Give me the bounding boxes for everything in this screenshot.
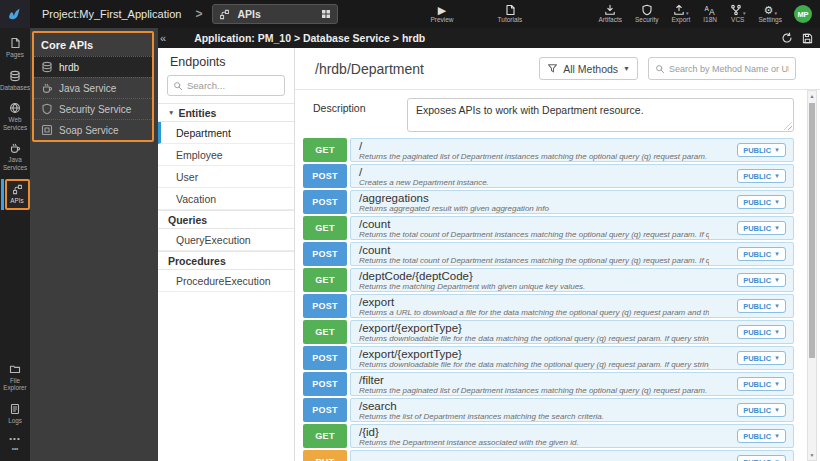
api-row[interactable]: POST/aggregationsReturns aggregated resu…	[303, 190, 794, 214]
endpoint-description: Returns the list of Department instances…	[359, 412, 709, 421]
refresh-icon[interactable]	[781, 32, 793, 44]
workspace-dropdown[interactable]: APIs	[212, 4, 338, 24]
upload-icon	[673, 4, 685, 16]
preview-button[interactable]: ▶ Preview	[430, 4, 453, 24]
tutorials-button[interactable]: Tutorials	[498, 4, 523, 24]
artifacts-button[interactable]: Artifacts	[598, 4, 621, 24]
vcs-button[interactable]: ▾VCS	[730, 4, 746, 24]
endpoints-title: Endpoints	[158, 48, 294, 74]
visibility-dropdown[interactable]: PUBLIC▼	[737, 299, 786, 313]
api-row[interactable]: GET/{id}Returns the Department instance …	[303, 424, 794, 448]
sidebar-item-java-services[interactable]: Java Services	[0, 139, 30, 174]
visibility-dropdown[interactable]: PUBLIC▼	[737, 351, 786, 365]
topbar-tools: ArtifactsSecurity▾ExportAAI18N▾VCS⚙▾Sett…	[598, 4, 782, 24]
api-row[interactable]: POST/searchReturns the list of Departmen…	[303, 398, 794, 422]
resource-title: /hrdb/Department	[315, 61, 424, 77]
method-badge: POST	[303, 294, 347, 318]
api-row[interactable]: POST/countReturns the total count of Dep…	[303, 242, 794, 266]
section-header-entities[interactable]: ▼Entities	[158, 103, 294, 122]
avatar[interactable]: MP	[794, 5, 812, 23]
endpoints-search[interactable]	[167, 75, 285, 96]
api-row[interactable]: PUTPUBLIC▼	[303, 450, 794, 461]
core-apis-panel: Core APIs hrdbJava ServiceSecurity Servi…	[30, 28, 158, 461]
endpoint-path: /filter	[359, 374, 709, 386]
method-search[interactable]	[648, 57, 796, 80]
sidebar-item-logs[interactable]: Logs	[0, 400, 30, 428]
api-row[interactable]: POST/filterReturns the paginated list of…	[303, 372, 794, 396]
api-row[interactable]: POST/exportReturns a URL to download a f…	[303, 294, 794, 318]
visibility-dropdown[interactable]: PUBLIC▼	[737, 169, 786, 183]
filter-icon	[547, 63, 558, 74]
scrollbar-thumb[interactable]	[809, 103, 815, 358]
visibility-dropdown[interactable]: PUBLIC▼	[737, 143, 786, 157]
api-row[interactable]: GET/export/{exportType}Returns downloada…	[303, 320, 794, 344]
endpoint-item-procedureexecution[interactable]: ProcedureExecution	[158, 270, 294, 292]
caret-down-icon: ▼	[168, 109, 174, 116]
method-search-input[interactable]	[669, 64, 789, 74]
api-row[interactable]: POST/export/{exportType}Returns download…	[303, 346, 794, 370]
wavemaker-logo-icon[interactable]	[0, 0, 30, 28]
visibility-dropdown[interactable]: PUBLIC▼	[737, 221, 786, 235]
folder-icon	[9, 363, 21, 375]
sidebar-item-databases[interactable]: Databases	[0, 67, 30, 95]
core-apis-title: Core APIs	[34, 33, 152, 56]
sidebar-item-[interactable]: ••••••	[0, 432, 30, 456]
visibility-dropdown[interactable]: PUBLIC▼	[737, 377, 786, 391]
api-icon	[219, 9, 230, 20]
endpoint-path: /export/{exportType}	[359, 348, 709, 360]
breadcrumb: Application: PM_10 > Database Service > …	[194, 32, 425, 44]
scroll-down-arrow[interactable]: ▼	[808, 450, 816, 460]
core-api-soap-service[interactable]: Soap Service	[34, 119, 152, 140]
caret-down-icon: ▼	[623, 65, 630, 72]
sidebar-item-apis[interactable]: APIs	[5, 179, 30, 210]
api-row[interactable]: GET/countReturns the total count of Depa…	[303, 216, 794, 240]
i18n-button[interactable]: AAI18N	[703, 4, 717, 24]
api-row[interactable]: GET/Returns the paginated list of Depart…	[303, 138, 794, 162]
endpoint-item-employee[interactable]: Employee	[158, 144, 294, 166]
api-row[interactable]: GET/deptCode/{deptCode}Returns the match…	[303, 268, 794, 292]
endpoint-description: Returns the matching Department with giv…	[359, 282, 709, 291]
sidebar-item-file-explorer[interactable]: File Explorer	[0, 360, 30, 395]
api-row[interactable]: POST/Creates a new Department instance.P…	[303, 164, 794, 188]
app-header: « Application: PM_10 > Database Service …	[158, 28, 820, 48]
collapse-panel-icon[interactable]: «	[160, 32, 166, 44]
endpoint-path: /count	[359, 218, 709, 230]
methods-filter-dropdown[interactable]: All Methods ▼	[539, 57, 638, 80]
section-header-queries[interactable]: Queries	[158, 210, 294, 229]
core-api-security-service[interactable]: Security Service	[34, 98, 152, 119]
endpoint-description: Returns a URL to download a file for the…	[359, 308, 709, 317]
endpoints-sections: ▼EntitiesDepartmentEmployeeUserVacationQ…	[158, 103, 294, 292]
endpoint-item-queryexecution[interactable]: QueryExecution	[158, 229, 294, 251]
security-button[interactable]: Security	[635, 4, 658, 24]
section-header-procedures[interactable]: Procedures	[158, 251, 294, 270]
endpoint-item-vacation[interactable]: Vacation	[158, 188, 294, 210]
project-name: Project:My_First_Application	[42, 8, 181, 20]
topbar: Project:My_First_Application > APIs ▶ Pr…	[0, 0, 820, 28]
core-api-hrdb[interactable]: hrdb	[34, 56, 152, 77]
endpoint-item-department[interactable]: Department	[158, 122, 294, 144]
visibility-dropdown[interactable]: PUBLIC▼	[737, 403, 786, 417]
endpoints-search-input[interactable]	[187, 80, 272, 91]
visibility-dropdown[interactable]: PUBLIC▼	[737, 195, 786, 209]
coffee-icon	[9, 142, 21, 154]
core-api-java-service[interactable]: Java Service	[34, 77, 152, 98]
visibility-dropdown[interactable]: PUBLIC▼	[737, 247, 786, 261]
scroll-up-arrow[interactable]: ▲	[808, 91, 816, 101]
grid-icon	[321, 9, 331, 19]
description-input[interactable]	[407, 98, 794, 132]
sidebar-item-web-services[interactable]: Web Services	[0, 99, 30, 134]
visibility-dropdown[interactable]: PUBLIC▼	[737, 429, 786, 443]
sidebar-item-pages[interactable]: Pages	[0, 34, 30, 62]
play-icon: ▶	[438, 5, 446, 16]
export-button[interactable]: ▾Export	[671, 4, 690, 24]
settings-button[interactable]: ⚙▾Settings	[759, 4, 783, 24]
visibility-dropdown[interactable]: PUBLIC▼	[737, 455, 786, 461]
method-badge: GET	[303, 268, 347, 292]
visibility-dropdown[interactable]: PUBLIC▼	[737, 325, 786, 339]
visibility-dropdown[interactable]: PUBLIC▼	[737, 273, 786, 287]
save-icon[interactable]	[802, 33, 813, 44]
vertical-scrollbar[interactable]: ▲ ▼	[807, 90, 817, 461]
endpoint-item-user[interactable]: User	[158, 166, 294, 188]
endpoint-description: Returns downloadable file for the data m…	[359, 360, 709, 369]
caret-down-icon: ▼	[774, 147, 780, 153]
